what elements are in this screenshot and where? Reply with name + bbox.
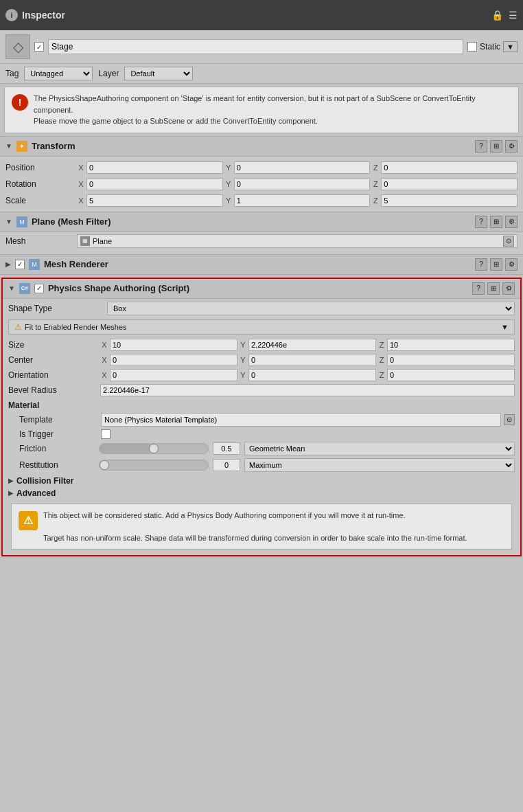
- scale-y-label: Y: [224, 196, 233, 205]
- rotation-z-input[interactable]: [381, 178, 518, 190]
- restitution-slider[interactable]: [99, 460, 209, 471]
- plane-help-btn[interactable]: ?: [475, 216, 487, 228]
- friction-thumb[interactable]: [149, 444, 159, 453]
- scale-row: Scale X Y Z: [5, 192, 518, 209]
- scale-z-input[interactable]: [381, 194, 518, 207]
- size-x-input[interactable]: [110, 339, 237, 351]
- lock-icon[interactable]: 🔒: [491, 10, 503, 21]
- orientation-z-input[interactable]: [387, 369, 515, 381]
- fit-btn[interactable]: ⚠ Fit to Enabled Render Meshes ▼: [8, 319, 515, 335]
- bevel-label: Bevel Radius: [8, 385, 97, 395]
- is-trigger-checkbox[interactable]: [101, 429, 111, 439]
- inspector-title: Inspector: [22, 10, 65, 21]
- center-y-input[interactable]: [248, 354, 376, 366]
- template-dot-btn[interactable]: ⊙: [504, 414, 515, 425]
- plane-icon: M: [16, 216, 27, 227]
- position-x-input[interactable]: [86, 161, 223, 174]
- scale-y-input[interactable]: [234, 194, 371, 207]
- plane-gear-btn[interactable]: ⚙: [505, 216, 518, 228]
- collision-filter-arrow[interactable]: ▶: [8, 477, 14, 484]
- advanced-arrow[interactable]: ▶: [8, 489, 14, 497]
- center-z-input[interactable]: [387, 354, 515, 366]
- orientation-x-input[interactable]: [110, 369, 237, 381]
- plane-layout-btn[interactable]: ⊞: [490, 216, 502, 228]
- friction-mode-select[interactable]: Geometric Mean Minimum Maximum Arithmeti…: [244, 442, 515, 455]
- scale-x-input[interactable]: [86, 194, 223, 207]
- shape-type-select[interactable]: Box: [107, 302, 515, 315]
- object-name-input[interactable]: [48, 39, 463, 54]
- friction-value-input[interactable]: [213, 442, 240, 455]
- physics-collapse-arrow[interactable]: ▼: [8, 284, 15, 292]
- position-row: Position X Y Z: [5, 159, 518, 176]
- mesh-renderer-layout-btn[interactable]: ⊞: [490, 258, 502, 271]
- position-z-input[interactable]: [381, 161, 518, 174]
- is-trigger-label: Is Trigger: [19, 429, 98, 439]
- fit-btn-row: ⚠ Fit to Enabled Render Meshes ▼: [8, 318, 515, 337]
- mesh-renderer-checkbox[interactable]: [15, 260, 25, 269]
- physics-title: Physics Shape Authoring (Script): [48, 283, 468, 293]
- fit-btn-label: Fit to Enabled Render Meshes: [25, 323, 127, 331]
- friction-slider[interactable]: [99, 443, 209, 454]
- rotation-x-input[interactable]: [86, 178, 223, 190]
- info-line1: This object will be considered static. A…: [43, 511, 406, 519]
- position-label: Position: [5, 163, 74, 172]
- transform-help-btn[interactable]: ?: [475, 140, 487, 153]
- mesh-renderer-gear-btn[interactable]: ⚙: [505, 258, 518, 271]
- mesh-settings-btn[interactable]: ⊙: [503, 236, 514, 247]
- static-checkbox[interactable]: [467, 42, 477, 52]
- orientation-y-input[interactable]: [248, 369, 376, 381]
- scale-label: Scale: [5, 196, 74, 205]
- rot-x-label: X: [77, 180, 85, 188]
- mesh-renderer-expand-arrow[interactable]: ▶: [5, 260, 11, 268]
- mesh-renderer-help-btn[interactable]: ?: [475, 258, 487, 271]
- fit-warning-icon: ⚠: [14, 322, 22, 332]
- bevel-input[interactable]: [100, 384, 515, 396]
- inspector-icon: i: [5, 9, 18, 21]
- physics-help-btn[interactable]: ?: [472, 282, 485, 295]
- layer-select[interactable]: Default: [124, 67, 193, 80]
- tag-select[interactable]: Untagged: [24, 67, 93, 80]
- rotation-y-input[interactable]: [234, 178, 371, 190]
- position-xyz: X Y Z: [77, 161, 518, 174]
- plane-title: Plane (Mesh Filter): [32, 216, 471, 227]
- transform-gear-btn[interactable]: ⚙: [505, 140, 518, 153]
- menu-icon[interactable]: ☰: [509, 10, 518, 21]
- static-label: Static: [480, 42, 500, 52]
- mesh-renderer-header: ▶ M Mesh Renderer ? ⊞ ⚙: [0, 254, 523, 275]
- physics-section-header: ▼ C# Physics Shape Authoring (Script) ? …: [3, 279, 520, 299]
- inspector-header: i Inspector 🔒 ☰: [0, 0, 523, 30]
- mesh-value-box: ▦ Plane ⊙: [77, 234, 518, 248]
- transform-collapse-arrow[interactable]: ▼: [5, 142, 12, 150]
- physics-active-checkbox[interactable]: [34, 284, 44, 293]
- mesh-label: Mesh: [5, 236, 74, 246]
- restitution-mode-select[interactable]: Maximum Minimum Geometric Mean Arithmeti…: [244, 458, 515, 472]
- warning-box: ! The PhysicsShapeAuthoring component on…: [4, 87, 519, 133]
- object-active-checkbox[interactable]: [34, 42, 44, 52]
- orient-x-label: X: [100, 371, 108, 379]
- center-x-input[interactable]: [110, 354, 237, 366]
- physics-shape-container: ▼ C# Physics Shape Authoring (Script) ? …: [1, 278, 522, 557]
- is-trigger-row: Is Trigger: [8, 428, 515, 440]
- warning-text: The PhysicsShapeAuthoring component on '…: [34, 93, 511, 127]
- restitution-value-input[interactable]: [213, 459, 240, 471]
- center-xyz: X Y Z: [100, 354, 515, 366]
- position-y-input[interactable]: [234, 161, 371, 174]
- size-z-input[interactable]: [387, 339, 515, 351]
- fit-btn-arrow: ▼: [501, 323, 509, 331]
- static-dropdown[interactable]: ▼: [503, 41, 518, 52]
- template-input[interactable]: [101, 413, 501, 427]
- friction-row: Friction Geometric Mean Minimum Maximum …: [8, 440, 515, 457]
- center-y-label: Y: [239, 356, 247, 364]
- physics-fields: Shape Type Box ⚠ Fit to Enabled Render M…: [3, 299, 520, 556]
- size-y-input[interactable]: [248, 339, 376, 351]
- transform-layout-btn[interactable]: ⊞: [490, 140, 502, 153]
- scale-xyz: X Y Z: [77, 194, 518, 207]
- restitution-thumb[interactable]: [100, 460, 109, 470]
- plane-collapse-arrow[interactable]: ▼: [5, 218, 12, 225]
- physics-layout-btn[interactable]: ⊞: [487, 282, 500, 295]
- physics-gear-btn[interactable]: ⚙: [502, 282, 515, 295]
- transform-icon: ✦: [16, 141, 27, 152]
- physics-cs-icon: C#: [19, 283, 30, 294]
- info-line2: Target has non-uniform scale. Shape data…: [43, 534, 467, 542]
- transform-title: Transform: [32, 141, 471, 151]
